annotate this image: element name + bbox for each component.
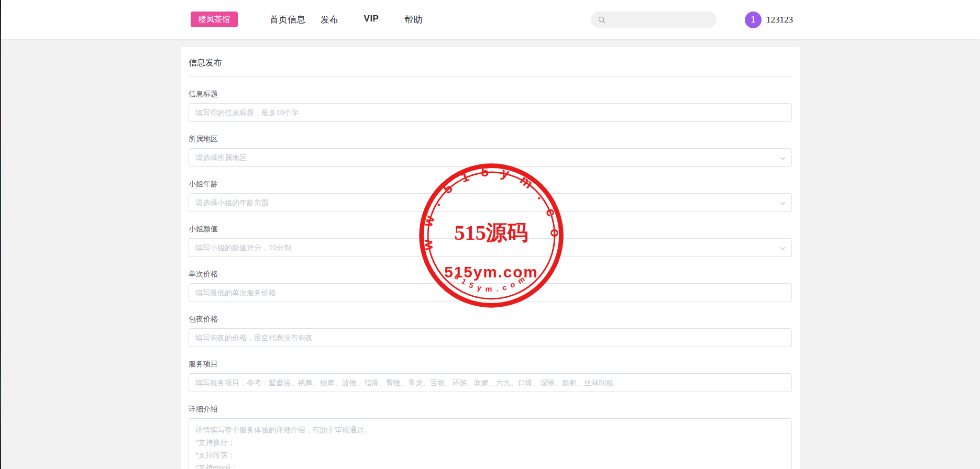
field-age: 小姐年龄 — [189, 179, 792, 212]
nav-item-home[interactable]: 首页信息 — [267, 14, 309, 26]
nav-item-vip[interactable]: VIP — [350, 14, 392, 26]
looks-select[interactable] — [189, 238, 792, 257]
left-edge-background-sliver — [0, 0, 1, 469]
field-looks-label: 小姐颜值 — [189, 224, 792, 234]
field-description-label: 详细介绍 — [189, 404, 792, 414]
services-input[interactable] — [189, 373, 792, 392]
user-menu[interactable]: 1 123123 — [745, 0, 793, 39]
publish-form-card: 信息发布 信息标题 所属地区 小姐年龄 小姐颜值 — [181, 47, 800, 469]
field-services: 服务项目 — [189, 359, 792, 392]
field-services-label: 服务项目 — [189, 359, 792, 369]
description-textarea[interactable] — [189, 418, 792, 469]
brand-logo-button[interactable]: 楼凤茶馆 — [191, 12, 238, 27]
field-title: 信息标题 — [189, 89, 792, 122]
region-select[interactable] — [189, 148, 792, 167]
overnight-price-input[interactable] — [189, 328, 792, 347]
single-price-input[interactable] — [189, 283, 792, 302]
username-label: 123123 — [766, 15, 793, 25]
field-title-label: 信息标题 — [189, 89, 792, 99]
main-nav: 首页信息 发布 VIP 帮助 — [267, 0, 434, 39]
search-bar[interactable] — [591, 12, 717, 28]
field-description: 详细介绍 — [189, 404, 792, 469]
search-input[interactable] — [606, 12, 717, 28]
avatar[interactable]: 1 — [745, 12, 762, 28]
title-input[interactable] — [189, 103, 792, 122]
field-age-label: 小姐年龄 — [189, 179, 792, 189]
nav-item-publish[interactable]: 发布 — [309, 14, 350, 26]
age-select[interactable] — [189, 193, 792, 212]
search-icon — [598, 16, 606, 24]
field-overnight-price-label: 包夜价格 — [189, 314, 792, 324]
nav-item-help[interactable]: 帮助 — [392, 14, 434, 26]
top-navigation-bar: 楼凤茶馆 首页信息 发布 VIP 帮助 1 123123 — [0, 0, 980, 39]
field-region: 所属地区 — [189, 134, 792, 167]
field-overnight-price: 包夜价格 — [189, 314, 792, 347]
field-looks-score: 小姐颜值 — [189, 224, 792, 257]
field-region-label: 所属地区 — [189, 134, 792, 144]
field-single-price-label: 单次价格 — [189, 269, 792, 279]
field-single-price: 单次价格 — [189, 269, 792, 302]
page-title: 信息发布 — [189, 55, 792, 77]
